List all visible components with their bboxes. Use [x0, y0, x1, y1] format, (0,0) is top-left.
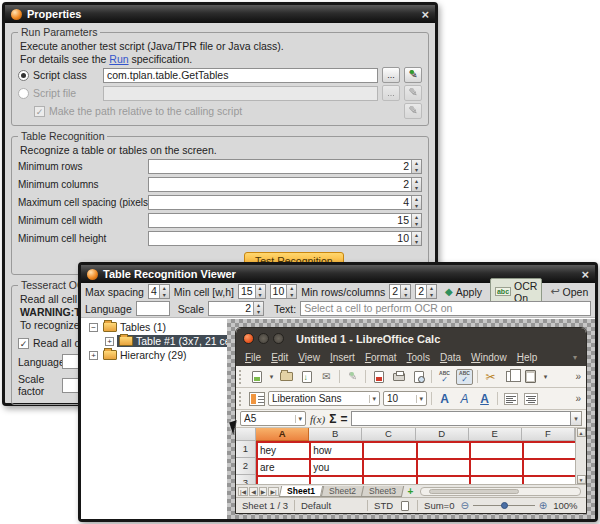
sheet-tab-sheet3[interactable]: Sheet3 — [361, 486, 404, 497]
expand-formula-icon[interactable]: ▾ — [571, 411, 582, 426]
script-class-radio[interactable] — [18, 70, 29, 81]
sheet-tab-sheet2[interactable]: Sheet2 — [320, 486, 363, 497]
zoom-track[interactable] — [473, 505, 535, 506]
spinner-down-icon[interactable]: ▾ — [287, 292, 296, 299]
spinner-buttons[interactable]: ▴▾ — [411, 214, 421, 227]
horizontal-scrollbar[interactable] — [420, 487, 581, 496]
align-left-icon[interactable] — [502, 391, 519, 407]
cell-c2[interactable] — [364, 460, 415, 475]
spinner-down-icon[interactable]: ▾ — [412, 167, 421, 174]
ocr-text-output[interactable]: Select a cell to perform OCR on — [300, 301, 591, 316]
selection-mode[interactable]: STD — [374, 500, 393, 511]
script-file-input[interactable] — [103, 86, 378, 101]
min-rows-spinner[interactable]: 2▴▾ — [389, 284, 411, 299]
tr-field-spinner[interactable]: 10▴▾ — [148, 231, 422, 246]
calc-close-icon[interactable] — [243, 333, 254, 344]
chevron-down-icon[interactable]: ▾ — [416, 395, 423, 403]
tree-expander-icon[interactable]: + — [89, 351, 98, 360]
cell-b3[interactable] — [311, 477, 362, 484]
cell-a1[interactable]: hey — [258, 443, 309, 458]
row-header-2[interactable]: 2 — [236, 458, 256, 475]
new-document-icon[interactable] — [248, 369, 265, 385]
save-icon[interactable] — [298, 369, 315, 385]
tr-field-spinner[interactable]: 4▴▾ — [148, 195, 422, 210]
script-class-input[interactable]: com.tplan.table.GetTables — [103, 68, 378, 83]
add-sheet-icon[interactable]: + — [404, 486, 416, 497]
max-spacing-spinner[interactable]: 4▴▾ — [148, 284, 170, 299]
menu-insert[interactable]: Insert — [330, 352, 355, 363]
properties-titlebar[interactable]: Properties × — [5, 5, 435, 23]
sum-icon[interactable]: Σ — [329, 412, 336, 426]
read-all-cells-checkbox[interactable]: ✓ — [18, 338, 29, 349]
calc-maximize-icon[interactable] — [273, 333, 284, 344]
sidebar-icon[interactable] — [248, 391, 265, 407]
cell-e2[interactable] — [471, 460, 522, 475]
cell-f1[interactable] — [524, 443, 575, 458]
row-header-1[interactable]: 1 — [236, 441, 256, 458]
scroll-up-icon[interactable]: ▲ — [577, 428, 586, 437]
cell-d1[interactable] — [418, 443, 469, 458]
zoom-in-icon[interactable]: ⊕ — [539, 500, 547, 511]
input-line[interactable] — [351, 411, 571, 426]
function-wizard-icon[interactable]: f(x) — [310, 413, 325, 425]
zoom-knob[interactable] — [501, 502, 508, 509]
spinner-down-icon[interactable]: ▾ — [412, 185, 421, 192]
spinner-down-icon[interactable]: ▾ — [401, 292, 410, 299]
spinner-buttons[interactable]: ▴▾ — [411, 196, 421, 209]
edit-script-class-button[interactable]: ✎ — [404, 67, 422, 83]
close-icon[interactable]: × — [581, 268, 589, 281]
underline-icon[interactable]: A — [476, 391, 493, 407]
paste-icon[interactable] — [522, 369, 539, 385]
open-file-icon[interactable] — [278, 369, 295, 385]
spinner-down-icon[interactable]: ▾ — [412, 239, 421, 246]
chevron-down-icon[interactable]: ▾ — [369, 395, 376, 403]
toolbar-overflow-icon[interactable]: » — [575, 371, 583, 382]
calc-minimize-icon[interactable] — [258, 333, 269, 344]
spinner-down-icon[interactable]: ▾ — [412, 221, 421, 228]
relative-path-checkbox[interactable]: ✓ — [34, 106, 45, 117]
cell-e3[interactable] — [471, 477, 522, 484]
cell-d3[interactable] — [418, 477, 469, 484]
menu-help[interactable]: Help — [517, 352, 538, 363]
viewer-language-input[interactable] — [136, 301, 170, 316]
tr-field-spinner[interactable]: 2▴▾ — [148, 177, 422, 192]
run-spec-link[interactable]: Run — [109, 53, 128, 65]
min-cell-height-spinner[interactable]: 10▴▾ — [270, 284, 298, 299]
italic-icon[interactable]: A — [456, 391, 473, 407]
menu-file[interactable]: File — [245, 352, 261, 363]
menubar-chevron-icon[interactable]: ▾ — [573, 353, 577, 362]
menu-edit[interactable]: Edit — [271, 352, 288, 363]
open-button[interactable]: ↩Open — [546, 284, 592, 299]
paste-dropdown-icon[interactable]: ▾ — [542, 373, 549, 381]
browse-script-class-button[interactable]: ... — [382, 67, 400, 83]
toolbar-grip[interactable] — [239, 392, 243, 406]
column-header-a[interactable]: A — [256, 428, 309, 441]
cell-e1[interactable] — [471, 443, 522, 458]
zoom-slider[interactable]: ⊖ ⊕ — [460, 500, 547, 511]
column-header-e[interactable]: E — [469, 428, 522, 441]
cell-f2[interactable] — [524, 460, 575, 475]
chevron-down-icon[interactable]: ▾ — [295, 415, 302, 423]
column-header-b[interactable]: B — [309, 428, 362, 441]
nav-first-icon[interactable]: |◀ — [238, 487, 248, 496]
cell-c1[interactable] — [364, 443, 415, 458]
cell-b1[interactable]: how — [311, 443, 362, 458]
close-icon[interactable]: × — [421, 8, 429, 21]
menu-view[interactable]: View — [298, 352, 320, 363]
export-pdf-icon[interactable] — [370, 369, 387, 385]
tr-field-spinner[interactable]: 15▴▾ — [148, 213, 422, 228]
cut-icon[interactable]: ✂ — [482, 369, 499, 385]
edit-script-file-button[interactable]: ✎ — [404, 85, 422, 101]
formula-icon[interactable]: = — [340, 412, 347, 426]
spinner-down-icon[interactable]: ▾ — [412, 203, 421, 210]
cell-f3[interactable] — [524, 477, 575, 484]
name-box[interactable]: A5▾ — [240, 411, 306, 426]
edit-mode-icon[interactable]: ✎ — [344, 369, 361, 385]
spinner-buttons[interactable]: ▴▾ — [411, 178, 421, 191]
spinner-down-icon[interactable]: ▾ — [427, 292, 436, 299]
column-header-f[interactable]: F — [522, 428, 575, 441]
menu-format[interactable]: Format — [365, 352, 397, 363]
sheet-tab-sheet1[interactable]: Sheet1 — [278, 486, 322, 497]
spinner-buttons[interactable]: ▴▾ — [411, 160, 421, 173]
cell-a2[interactable]: are — [258, 460, 309, 475]
